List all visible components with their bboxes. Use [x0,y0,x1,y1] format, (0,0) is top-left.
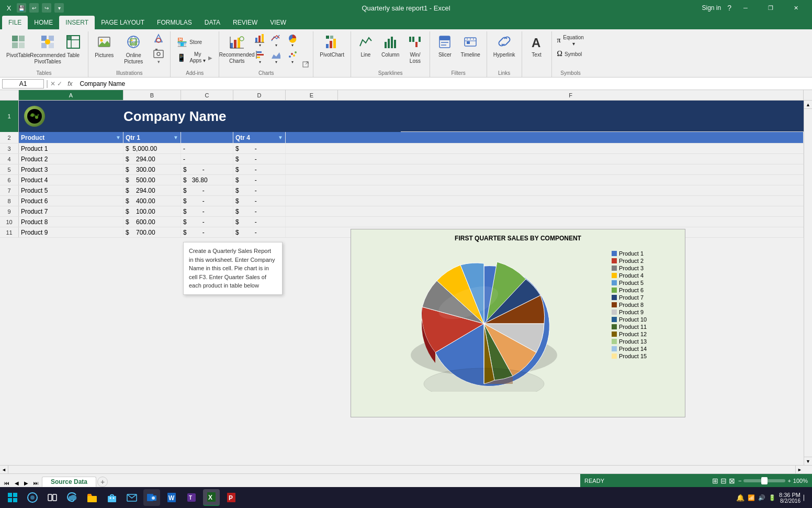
scatter-chart-button[interactable]: ▾ [285,49,300,65]
col-header-c[interactable]: C [181,90,233,100]
area-chart-button[interactable]: ▾ [268,49,284,65]
screenshot-button[interactable]: ▾ [150,47,167,65]
horizontal-scroll-track[interactable] [8,466,795,473]
scroll-down-button[interactable]: ▼ [804,457,812,465]
tab-data[interactable]: DATA [198,16,227,29]
company-header-cell[interactable] [19,101,123,132]
product3-cell[interactable]: Product 3 [19,164,123,174]
store-taskbar-button[interactable] [104,489,120,506]
product-filter-icon[interactable]: ▼ [116,135,121,140]
product7-cell[interactable]: Product 7 [19,206,123,216]
q1-p8-cell[interactable]: $ 600.00 [123,217,181,227]
q4-p3-cell[interactable]: $ - [233,164,286,174]
zoom-in-icon[interactable]: + [787,478,791,484]
customize-qat[interactable]: ▾ [54,3,64,13]
network-icon[interactable]: 📶 [748,494,755,501]
qtr2-header-cell[interactable] [181,132,233,143]
edge-button[interactable] [64,489,81,506]
recommended-charts-button[interactable]: Recommended Charts [222,32,251,67]
qtr1-header-cell[interactable]: Qtr 1 ▼ [123,132,181,143]
sheet-nav-prev[interactable]: ◀ [13,479,21,487]
q2-p9-cell[interactable]: $ - [181,227,233,237]
notification-icon[interactable]: 🔔 [736,494,745,502]
qtr1-filter-icon[interactable]: ▼ [173,135,178,140]
pie-chart-button[interactable]: ▾ [285,32,300,49]
product2-cell[interactable]: Product 2 [19,154,123,164]
q1-p5-cell[interactable]: $ 294.00 [123,185,181,195]
q2-p5-cell[interactable]: $ - [181,185,233,195]
pivot-table-button[interactable]: PivotTable [3,32,33,61]
line-sparkline-button[interactable]: Line [354,32,377,60]
q1-p6-cell[interactable]: $ 400.00 [123,196,181,206]
undo-button[interactable]: ↩ [29,3,39,13]
col-header-b[interactable]: B [123,90,181,100]
sheet-nav-first[interactable]: ⏮ [2,479,12,487]
qtr4-header-cell[interactable]: Qtr 4 ▼ [233,132,286,143]
formula-input[interactable]: Company Name [78,80,810,88]
zoom-level[interactable]: 100% [793,478,808,484]
product6-cell[interactable]: Product 6 [19,196,123,206]
tab-review[interactable]: REVIEW [227,16,264,29]
zoom-slider[interactable] [743,479,785,482]
q2-p7-cell[interactable]: $ - [181,206,233,216]
scroll-track[interactable] [804,109,812,457]
q4-p5-cell[interactable]: $ - [233,185,286,195]
col-header-d[interactable]: D [233,90,286,100]
clock-date[interactable]: 8:36 PM 8/2/2016 [779,492,800,504]
tab-insert[interactable]: INSERT [59,16,95,29]
scroll-right-button[interactable]: ► [795,466,804,473]
start-button[interactable] [4,489,21,506]
row-num-7[interactable]: 7 [0,185,19,195]
timeline-button[interactable]: Timeline [457,32,483,60]
q1-p4-cell[interactable]: $ 500.00 [123,175,181,185]
help-button[interactable]: ? [727,4,731,12]
product9-cell[interactable]: Product 9 [19,227,123,237]
q4-p9-cell[interactable]: $ - [233,227,286,237]
line-chart-button[interactable]: ▾ [268,32,284,49]
add-sheet-button[interactable]: + [97,477,108,487]
col-header-e[interactable]: E [286,90,338,100]
redo-button[interactable]: ↪ [42,3,51,13]
excel-icon[interactable]: X [4,3,14,13]
q1-p3-cell[interactable]: $ 300.00 [123,164,181,174]
column-sparkline-button[interactable]: Column [378,32,402,60]
q4-p1-cell[interactable]: $ - [233,143,286,153]
cell-reference-input[interactable] [2,79,44,89]
row-num-3[interactable]: 3 [0,143,19,153]
row-num-6[interactable]: 6 [0,175,19,185]
file-explorer-button[interactable] [84,489,100,506]
company-name-cell[interactable]: Company Name [123,101,401,132]
sheet-nav-last[interactable]: ⏭ [31,479,41,487]
sheet-nav-next[interactable]: ▶ [22,479,30,487]
tab-page-layout[interactable]: PAGE LAYOUT [95,16,151,29]
col-header-f[interactable]: F [338,90,804,100]
product8-cell[interactable]: Product 8 [19,217,123,227]
normal-view-button[interactable]: ⊞ [712,477,718,485]
online-pictures-button[interactable]: Online Pictures [118,32,149,67]
q4-p7-cell[interactable]: $ - [233,206,286,216]
save-button[interactable]: 💾 [17,3,26,13]
scroll-left-button[interactable]: ◄ [0,466,8,473]
sheet-tab-source-data[interactable]: Source Data [42,477,96,487]
q2-p4-cell[interactable]: $ 36.80 [181,175,233,185]
text-button[interactable]: A Text [525,32,548,60]
taskview-button[interactable] [44,489,61,506]
q1-p1-cell[interactable]: $ 5,000.00 [123,143,181,153]
equation-button[interactable]: π Equation ▾ [555,32,587,48]
chart-container[interactable]: FIRST QUARTER SALES BY COMPONENT [351,229,685,417]
table-button[interactable]: Table [62,32,85,61]
row-num-8[interactable]: 8 [0,196,19,206]
row-num-9[interactable]: 9 [0,206,19,216]
zoom-out-icon[interactable]: − [738,478,741,484]
q4-p8-cell[interactable]: $ - [233,217,286,227]
mail-button[interactable] [123,489,140,506]
formula-confirm-icon[interactable]: ✓ [57,80,62,87]
col-header-a[interactable]: A [19,90,123,100]
shapes-button[interactable] [150,32,167,46]
bar-chart-button[interactable]: ▾ [252,49,268,65]
q1-p7-cell[interactable]: $ 100.00 [123,206,181,216]
close-button[interactable]: ✕ [784,0,808,16]
minimize-button[interactable]: ─ [734,0,758,16]
q2-p2-cell[interactable]: - [181,154,233,164]
q2-p8-cell[interactable]: $ - [181,217,233,227]
